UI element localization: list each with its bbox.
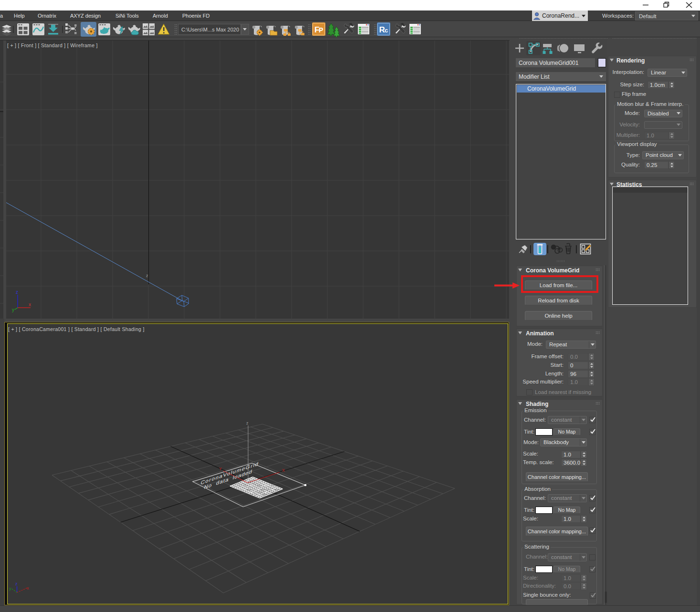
svg-text:Y: Y bbox=[219, 467, 222, 471]
svg-text:x: x bbox=[27, 586, 29, 591]
svg-text:z: z bbox=[15, 581, 18, 586]
svg-text:X: X bbox=[282, 468, 285, 473]
svg-text:z: z bbox=[246, 421, 249, 425]
svg-text:y: y bbox=[9, 586, 11, 591]
